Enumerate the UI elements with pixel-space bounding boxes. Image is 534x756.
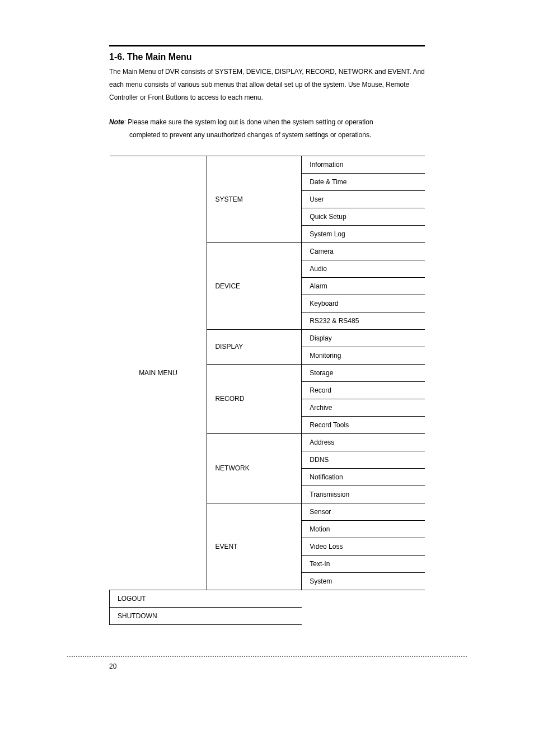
sub-notification: Notification [302,468,425,486]
table-row: SHUTDOWN [110,607,425,624]
sub-system-e: System [302,572,425,590]
sub-archive: Archive [302,399,425,416]
sub-audio: Audio [302,260,425,277]
cat-system: SYSTEM [207,156,302,242]
sub-ddns: DDNS [302,451,425,468]
sub-quicksetup: Quick Setup [302,208,425,225]
sub-systemlog: System Log [302,225,425,242]
sub-datetime: Date & Time [302,173,425,190]
table-row: MAIN MENU SYSTEM Information [110,156,425,173]
footer-dotted-line [67,656,467,657]
sub-sensor: Sensor [302,503,425,520]
sub-alarm: Alarm [302,277,425,295]
note-block: Note: Please make sure the system log ou… [109,116,425,142]
sub-display: Display [302,329,425,347]
sub-rs: RS232 & RS485 [302,312,425,329]
cat-record: RECORD [207,364,302,433]
sub-camera: Camera [302,242,425,260]
note-line2: completed to prevent any unauthorized ch… [129,129,425,142]
note-line1: : Please make sure the system log out is… [124,118,373,126]
cat-shutdown: SHUTDOWN [110,607,302,624]
sub-textin: Text-In [302,555,425,572]
sub-rectools: Record Tools [302,416,425,433]
page-number: 20 [109,662,534,670]
table-row: LOGOUT [110,590,425,607]
cat-network: NETWORK [207,433,302,503]
sub-keyboard: Keyboard [302,295,425,312]
main-menu-cell: MAIN MENU [110,156,207,590]
cat-display: DISPLAY [207,329,302,364]
cat-event: EVENT [207,503,302,590]
cat-logout: LOGOUT [110,590,302,607]
section-heading: 1-6. The Main Menu [109,52,425,62]
sub-videoloss: Video Loss [302,538,425,555]
menu-table: MAIN MENU SYSTEM Information Date & Time… [109,156,425,625]
top-rule [109,45,425,46]
sub-transmission: Transmission [302,486,425,503]
sub-user: User [302,190,425,208]
note-label: Note [109,118,124,126]
sub-record: Record [302,381,425,399]
intro-paragraph: The Main Menu of DVR consists of SYSTEM,… [109,66,425,104]
sub-monitoring: Monitoring [302,347,425,364]
sub-address: Address [302,433,425,451]
sub-motion: Motion [302,520,425,538]
sub-information: Information [302,156,425,173]
cat-device: DEVICE [207,242,302,329]
sub-storage: Storage [302,364,425,381]
